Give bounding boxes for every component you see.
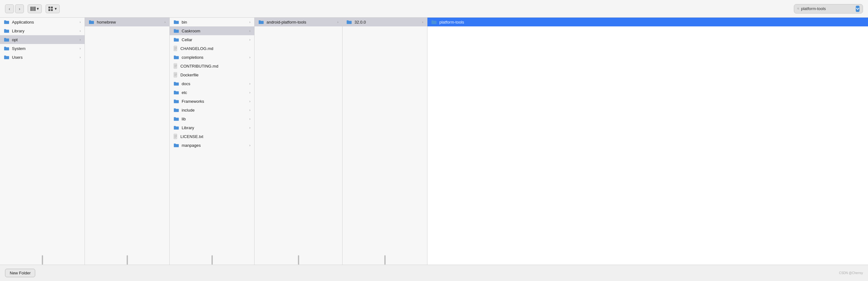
item-label: docs xyxy=(182,82,247,86)
item-label: Frameworks xyxy=(182,99,247,104)
item-label: opt xyxy=(12,37,77,42)
chevron-right-icon: › xyxy=(422,20,423,24)
svg-rect-3 xyxy=(49,7,50,8)
item-label: 32.0.0 xyxy=(354,20,420,25)
item-label: platform-tools xyxy=(439,20,864,25)
list-item[interactable]: opt › xyxy=(0,35,85,44)
column-root: Applications › Library › opt › xyxy=(0,18,85,264)
chevron-right-icon: › xyxy=(249,29,250,33)
folder-icon xyxy=(174,90,179,95)
opt-items: homebrew › xyxy=(85,18,169,264)
svg-rect-4 xyxy=(51,7,53,8)
svg-rect-2 xyxy=(34,7,35,11)
item-label: android-platform-tools xyxy=(267,20,335,25)
column-view-button[interactable]: ▾ xyxy=(28,4,42,13)
folder-icon xyxy=(4,37,9,42)
item-label: bin xyxy=(182,20,247,25)
root-items: Applications › Library › opt › xyxy=(0,18,85,264)
chevron-right-icon: › xyxy=(249,117,250,121)
svg-line-8 xyxy=(799,9,799,9)
list-item[interactable]: Dockerfile xyxy=(170,70,254,79)
chevron-right-icon: › xyxy=(249,126,250,129)
credit-text: CSDN @Cherrsy xyxy=(839,271,863,275)
folder-icon xyxy=(258,20,264,24)
chevron-right-icon: › xyxy=(80,29,81,33)
item-label: Caskroom xyxy=(182,29,247,33)
item-label: completions xyxy=(182,55,247,60)
svg-rect-0 xyxy=(30,7,32,11)
item-label: Library xyxy=(182,125,247,130)
apt-items: 32.0.0 › xyxy=(343,18,427,264)
list-item[interactable]: Frameworks › xyxy=(170,97,254,105)
folder-icon xyxy=(4,55,9,59)
search-action-button[interactable] xyxy=(856,6,860,12)
chevron-right-icon: › xyxy=(337,20,338,24)
list-item[interactable]: CHANGELOG.md xyxy=(170,44,254,53)
file-icon xyxy=(174,63,178,69)
resize-handle xyxy=(212,255,213,264)
chevron-right-icon: › xyxy=(249,20,250,24)
list-item[interactable]: manpages › xyxy=(170,141,254,150)
item-label: System xyxy=(12,46,77,51)
column-caskroom: android-platform-tools › xyxy=(254,18,343,264)
resize-handle xyxy=(42,255,43,264)
back-button[interactable]: ‹ xyxy=(5,4,14,13)
finder-columns: Applications › Library › opt › xyxy=(0,18,868,264)
item-label: include xyxy=(182,108,247,113)
list-item[interactable]: include › xyxy=(170,105,254,115)
chevron-right-icon: › xyxy=(80,20,81,24)
search-icon xyxy=(797,7,799,11)
search-input[interactable] xyxy=(801,6,854,11)
resize-handle xyxy=(127,255,128,264)
list-item[interactable]: Library › xyxy=(0,26,85,35)
homebrew-items: bin › Caskroom › Cellar › xyxy=(170,18,254,264)
folder-icon xyxy=(174,29,179,33)
list-item[interactable]: lib › xyxy=(170,115,254,123)
nav-buttons: ‹ › xyxy=(5,4,24,13)
chevron-right-icon: › xyxy=(249,108,250,112)
list-item[interactable]: CONTRIBUTING.md xyxy=(170,62,254,70)
folder-icon xyxy=(4,29,9,33)
list-item[interactable]: docs › xyxy=(170,79,254,88)
chevron-right-icon: › xyxy=(249,91,250,94)
folder-icon xyxy=(89,20,94,24)
toolbar: ‹ › ▾ ▾ xyxy=(0,0,868,18)
list-item[interactable]: homebrew › xyxy=(85,18,169,26)
forward-button[interactable]: › xyxy=(15,4,24,13)
list-item[interactable]: bin › xyxy=(170,18,254,26)
column-opt: homebrew › xyxy=(85,18,170,264)
list-item[interactable]: 32.0.0 › xyxy=(343,18,427,26)
version-items: platform-tools xyxy=(427,18,868,264)
folder-icon xyxy=(4,20,9,24)
new-folder-button[interactable]: New Folder xyxy=(5,269,35,277)
item-label: Cellar xyxy=(182,37,247,42)
list-item[interactable]: Users › xyxy=(0,53,85,62)
list-item[interactable]: android-platform-tools › xyxy=(254,18,342,26)
list-item[interactable]: System › xyxy=(0,44,85,53)
grid-view-button[interactable]: ▾ xyxy=(45,4,60,13)
bottom-bar: New Folder CSDN @Cherrsy xyxy=(0,264,868,281)
chevron-right-icon: › xyxy=(80,55,81,59)
search-arrow-icon xyxy=(856,7,860,11)
svg-rect-5 xyxy=(49,9,50,11)
folder-icon xyxy=(174,37,179,42)
list-item[interactable]: Applications › xyxy=(0,18,85,26)
folder-icon xyxy=(174,20,179,24)
list-item[interactable]: LICENSE.txt xyxy=(170,132,254,141)
item-label: Applications xyxy=(12,20,77,25)
list-item[interactable]: etc › xyxy=(170,88,254,97)
list-item[interactable]: Caskroom › xyxy=(170,26,254,35)
chevron-right-icon: › xyxy=(249,143,250,147)
list-item[interactable]: Cellar › xyxy=(170,35,254,44)
item-label: homebrew xyxy=(97,20,162,25)
folder-icon xyxy=(174,108,179,112)
chevron-right-icon: › xyxy=(249,99,250,103)
chevron-right-icon: › xyxy=(249,55,250,59)
list-item[interactable]: completions › xyxy=(170,53,254,62)
search-bar[interactable] xyxy=(794,4,863,13)
folder-icon xyxy=(4,46,9,51)
list-item[interactable]: Library › xyxy=(170,123,254,132)
list-item[interactable]: platform-tools xyxy=(427,18,868,26)
folder-icon xyxy=(431,20,437,24)
file-icon xyxy=(174,45,178,51)
